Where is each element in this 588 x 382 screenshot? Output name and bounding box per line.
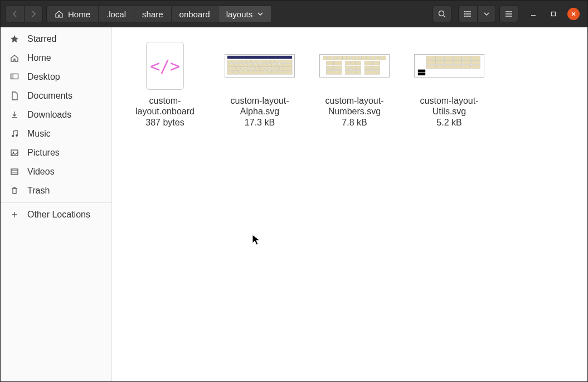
svg-rect-93 (454, 56, 462, 60)
file-size: 17.3 kB (245, 118, 275, 128)
svg-rect-27 (227, 64, 234, 67)
svg-rect-57 (323, 56, 328, 60)
svg-point-2 (464, 13, 465, 14)
svg-rect-70 (327, 61, 334, 65)
svg-rect-85 (346, 71, 351, 75)
svg-rect-37 (277, 64, 281, 67)
svg-rect-16 (237, 60, 241, 64)
path-seg-1[interactable]: share (134, 6, 172, 22)
svg-rect-49 (279, 67, 292, 71)
sidebar-item-label: Pictures (27, 148, 60, 158)
svg-rect-11 (11, 169, 18, 175)
pathbar: Home .local share onboard layouts (46, 6, 272, 22)
sidebar-item-label: Trash (27, 186, 50, 196)
svg-rect-61 (342, 56, 347, 60)
pictures-icon (9, 148, 20, 158)
svg-point-3 (464, 16, 465, 17)
hamburger-icon (504, 9, 513, 18)
sidebar-item-documents[interactable]: Documents (1, 86, 111, 105)
svg-rect-44 (255, 67, 260, 71)
path-seg-3[interactable]: layouts (218, 6, 272, 22)
svg-rect-92 (444, 56, 453, 60)
svg-rect-75 (365, 61, 372, 65)
trash-icon (9, 186, 20, 196)
svg-rect-104 (444, 65, 453, 69)
svg-rect-87 (356, 71, 361, 75)
svg-rect-35 (268, 64, 272, 67)
desktop-icon (9, 72, 20, 82)
sidebar-separator (1, 202, 111, 203)
file-item[interactable]: custom-layout-Utils.svg 5.2 kB (407, 41, 491, 128)
svg-rect-53 (271, 71, 277, 75)
sidebar-item-starred[interactable]: Starred (1, 30, 111, 49)
svg-rect-50 (227, 71, 233, 75)
documents-icon (9, 91, 20, 101)
chevron-down-icon (483, 11, 490, 17)
svg-rect-78 (334, 66, 342, 70)
svg-rect-41 (241, 67, 246, 71)
path-seg-0[interactable]: .local (99, 6, 134, 22)
sidebar-item-home[interactable]: Home (1, 49, 111, 67)
svg-rect-31 (249, 64, 253, 67)
svg-rect-32 (254, 64, 258, 67)
sidebar-item-label: Music (27, 129, 51, 139)
view-list-button[interactable] (458, 6, 477, 22)
path-home-label: Home (68, 9, 90, 19)
search-icon (438, 9, 446, 18)
file-thumbnail (318, 41, 391, 91)
svg-rect-40 (236, 67, 241, 71)
file-name: custom-layout-Alpha.svg (218, 95, 302, 117)
list-icon (464, 9, 473, 18)
sidebar-item-trash[interactable]: Trash (1, 181, 111, 200)
sidebar-item-music[interactable]: Music (1, 124, 111, 143)
path-home[interactable]: Home (47, 6, 99, 22)
file-item[interactable]: custom-layout-Numbers.svg 7.8 kB (313, 41, 396, 128)
svg-rect-95 (472, 56, 480, 60)
close-icon (571, 11, 576, 17)
svg-rect-39 (227, 67, 236, 71)
path-seg-2[interactable]: onboard (172, 6, 218, 22)
back-button[interactable] (5, 6, 24, 22)
file-name: custom-layout.onboard (123, 95, 207, 117)
svg-rect-63 (352, 56, 356, 60)
file-item[interactable]: </> custom-layout.onboard 387 bytes (123, 41, 207, 128)
svg-rect-77 (327, 66, 334, 70)
sidebar-item-label: Home (27, 53, 51, 63)
file-item[interactable]: custom-layout-Alpha.svg 17.3 kB (218, 41, 302, 128)
svg-rect-66 (366, 56, 371, 60)
search-button[interactable] (433, 6, 451, 22)
svg-rect-30 (244, 64, 248, 67)
sidebar-item-videos[interactable]: Videos (1, 162, 111, 181)
svg-rect-105 (454, 65, 462, 69)
svg-rect-109 (418, 72, 425, 75)
svg-point-0 (439, 11, 444, 16)
sidebar-item-other-locations[interactable]: Other Locations (1, 205, 111, 224)
maximize-button[interactable] (547, 8, 560, 20)
svg-rect-26 (285, 60, 292, 64)
svg-rect-94 (463, 56, 471, 60)
close-button[interactable] (567, 8, 580, 20)
forward-button[interactable] (24, 6, 43, 22)
svg-rect-97 (435, 60, 444, 64)
sidebar-item-downloads[interactable]: Downloads (1, 105, 111, 124)
sidebar-item-pictures[interactable]: Pictures (1, 143, 111, 162)
svg-rect-76 (372, 61, 380, 65)
hamburger-menu-button[interactable] (499, 6, 518, 22)
svg-rect-22 (265, 60, 270, 64)
svg-rect-46 (265, 67, 270, 71)
svg-rect-14 (227, 60, 232, 64)
svg-rect-65 (361, 56, 366, 60)
svg-rect-84 (327, 71, 342, 75)
svg-rect-19 (251, 60, 256, 64)
file-view[interactable]: </> custom-layout.onboard 387 bytes (112, 27, 587, 381)
file-thumbnail (413, 41, 485, 91)
home-icon (9, 53, 20, 63)
svg-rect-102 (426, 65, 435, 69)
file-name: custom-layout-Utils.svg (407, 95, 491, 117)
svg-rect-51 (233, 71, 239, 75)
view-dropdown-button[interactable] (477, 6, 496, 22)
sidebar-item-desktop[interactable]: Desktop (1, 67, 111, 86)
svg-rect-55 (283, 71, 292, 75)
svg-rect-100 (463, 60, 471, 64)
minimize-button[interactable] (527, 8, 540, 20)
